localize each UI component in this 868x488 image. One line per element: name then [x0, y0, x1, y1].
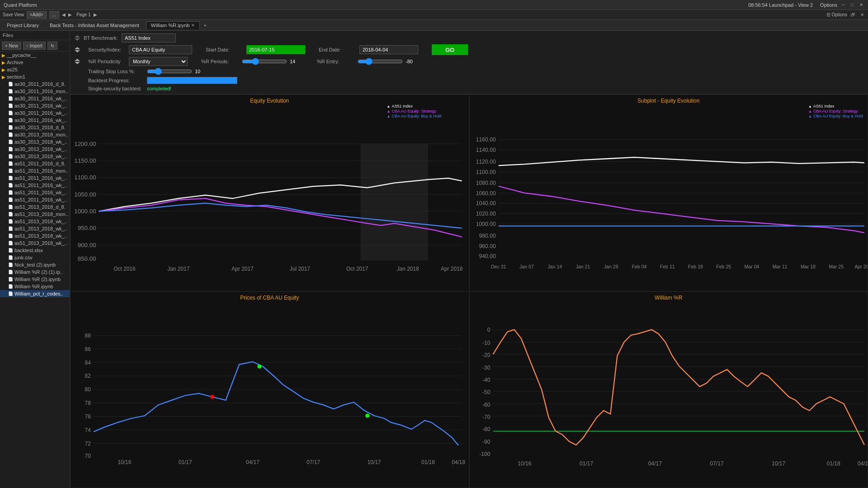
file-icon: 📄	[8, 291, 13, 296]
periodicity-select[interactable]: Monthly Weekly Daily	[129, 57, 188, 66]
bt-benchmark-input[interactable]	[122, 33, 176, 42]
control-panel: BT Benchmark: Security/Index: Start Date…	[70, 31, 868, 94]
menu-back-tests[interactable]: Back Tests - Infinitas Asset Management	[45, 21, 144, 29]
svg-text:01/17: 01/17	[579, 460, 593, 467]
svg-point-79	[365, 413, 369, 418]
svg-text:950.00: 950.00	[78, 225, 96, 231]
options-label-top[interactable]: Options	[820, 2, 837, 8]
tab-william[interactable]: William %R.ipynb ✕	[146, 21, 200, 29]
svg-text:1020.00: 1020.00	[476, 211, 495, 217]
file-icon: 📄	[8, 183, 13, 188]
add-tab-btn[interactable]: +	[201, 22, 209, 29]
svg-text:07/17: 07/17	[307, 459, 320, 465]
sidebar-file-item[interactable]: 📄William_pct_r_codes..	[0, 290, 70, 297]
tab-close-icon[interactable]: ✕	[191, 23, 195, 28]
sidebar-file-item[interactable]: 📄as51_2013_2018_wk_..	[0, 239, 70, 247]
main-layout: Files + New ↑ Import ↻ ▶__pycache__▶Arch…	[0, 31, 868, 488]
svg-text:Dec 31: Dec 31	[491, 264, 506, 269]
sidebar-file-item[interactable]: 📄as30_2011_2016_d_8.	[0, 80, 70, 88]
sidebar-file-item[interactable]: 📄as30_2011_2016_mon..	[0, 88, 70, 95]
sidebar-file-item[interactable]: 📄Nick_test (2).ipynb	[0, 261, 70, 268]
svg-text:-10: -10	[482, 339, 491, 346]
go-button[interactable]: GO	[432, 44, 468, 55]
sidebar-file-item[interactable]: 📄as30_2011_2016_wk_..	[0, 109, 70, 117]
sidebar-file-item[interactable]: 📄as51_2013_2018_wk_..	[0, 225, 70, 232]
end-date-input[interactable]	[359, 45, 418, 54]
arrow-up-3[interactable]	[75, 59, 80, 61]
add-dropdown-btn[interactable]: <Add>	[27, 11, 46, 19]
svg-text:Mar 18: Mar 18	[800, 264, 815, 269]
sidebar-file-item[interactable]: 📄as51_2013_2018_d_8.	[0, 203, 70, 211]
sidebar-file-item[interactable]: 📄as51_2011_2016_wk_..	[0, 174, 70, 182]
sidebar-file-item[interactable]: 📄as51_2011_2016_wk_..	[0, 196, 70, 203]
trailing-stop-slider[interactable]	[147, 68, 192, 75]
sidebar-folder-item[interactable]: ▶as25	[0, 66, 70, 73]
sidebar-file-item[interactable]: 📄as30_2011_2016_wk_..	[0, 117, 70, 124]
prices-chart: 88 86 84 82 80 78 76 74 72 70	[71, 299, 469, 488]
sidebar-file-item[interactable]: 📄William %R.ipynb	[0, 283, 70, 290]
maximize-btn[interactable]: □	[849, 2, 855, 8]
svg-text:10/17: 10/17	[368, 459, 381, 465]
sidebar-file-item[interactable]: 📄as30_2013_2018_wk_..	[0, 153, 70, 160]
sidebar-file-item[interactable]: 📄William %R (2) (1).ip..	[0, 268, 70, 276]
file-icon: 📄	[8, 169, 13, 173]
sidebar-file-item[interactable]: 📄as51_2011_2016_mon..	[0, 167, 70, 174]
svg-text:900.00: 900.00	[78, 242, 96, 249]
sidebar: Files + New ↑ Import ↻ ▶__pycache__▶Arch…	[0, 31, 70, 488]
arrow-down-indicator[interactable]	[75, 38, 80, 41]
file-icon: 📄	[8, 147, 13, 151]
arrow-down-3[interactable]	[75, 62, 80, 64]
pct-r-entry-slider[interactable]	[358, 58, 403, 65]
svg-text:01/17: 01/17	[179, 459, 192, 465]
arrow-up-indicator[interactable]	[75, 35, 80, 38]
new-button[interactable]: + New	[2, 42, 21, 50]
arrow-up-2[interactable]	[75, 47, 80, 49]
pct-r-periods-slider[interactable]	[242, 58, 287, 65]
svg-text:1100.00: 1100.00	[476, 169, 495, 175]
sidebar-file-item[interactable]: 📄as51_2011_2016_wk_..	[0, 189, 70, 196]
sidebar-file-item[interactable]: 📄as51_2011_2016_wk_..	[0, 182, 70, 189]
refresh-button[interactable]: ↻	[47, 42, 57, 50]
sidebar-file-item[interactable]: 📄as51_2011_2016_d_8.	[0, 160, 70, 167]
sidebar-file-item[interactable]: 📄William %R (2).ipynb	[0, 276, 70, 283]
sidebar-file-item[interactable]: 📄as51_2013_2018_wk_..	[0, 218, 70, 225]
menu-project-library[interactable]: Project Library	[2, 21, 44, 29]
file-name: as51_2011_2016_d_8.	[14, 161, 66, 166]
close-lp-btn[interactable]: ✕	[859, 12, 865, 18]
security-index-input[interactable]	[129, 45, 192, 54]
sidebar-folder-item[interactable]: ▶section1	[0, 73, 70, 80]
svg-text:1050.00: 1050.00	[74, 191, 96, 198]
sidebar-file-item[interactable]: 📄as30_2013_2018_mon..	[0, 131, 70, 138]
sidebar-folder-item[interactable]: ▶Archive	[0, 59, 70, 66]
sidebar-file-item[interactable]: 📄as30_2013_2018_wk_..	[0, 138, 70, 145]
file-icon: 📄	[8, 103, 13, 108]
file-icon: 📄	[8, 154, 13, 159]
page-nav-right[interactable]: ▶	[94, 12, 97, 17]
nav-left-btn[interactable]: ◀	[62, 12, 66, 17]
nav-right-btn[interactable]: ▶	[68, 12, 72, 17]
sidebar-file-item[interactable]: 📄as51_2013_2018_mon..	[0, 211, 70, 218]
file-icon: 📄	[8, 284, 13, 289]
sidebar-file-item[interactable]: 📄as30_2013_2018_d_8.	[0, 124, 70, 131]
close-btn[interactable]: ✕	[858, 2, 864, 8]
sidebar-file-item[interactable]: 📄as30_2011_2016_wk_..	[0, 102, 70, 109]
arrow-down-2[interactable]	[75, 50, 80, 52]
sidebar-file-item[interactable]: 📄junk.csv	[0, 254, 70, 261]
dots-btn[interactable]: ...	[49, 11, 59, 19]
pct-r-entry-label: %R Entry:	[317, 59, 353, 64]
sidebar-file-item[interactable]: 📄as30_2011_2016_wk_..	[0, 95, 70, 102]
sidebar-file-item[interactable]: 📄as51_2013_2018_wk_..	[0, 232, 70, 239]
sidebar-folder-item[interactable]: ▶__pycache__	[0, 52, 70, 59]
file-icon: 📄	[8, 82, 13, 86]
restore-btn[interactable]: 🗗	[850, 12, 856, 18]
file-name: as30_2013_2018_wk_..	[14, 146, 67, 152]
menu-bar: Project Library Back Tests - Infinitas A…	[0, 20, 868, 31]
save-view-label: Save View	[3, 12, 24, 17]
sidebar-file-item[interactable]: 📄as30_2013_2018_wk_..	[0, 145, 70, 153]
sidebar-file-item[interactable]: 📄backtest.xlsx	[0, 247, 70, 254]
svg-text:1100.00: 1100.00	[74, 174, 96, 181]
import-button[interactable]: ↑ Import	[23, 42, 46, 50]
start-date-input[interactable]	[246, 45, 305, 54]
minimize-btn[interactable]: ─	[840, 2, 846, 8]
options-label-right[interactable]: ☰ Options	[826, 12, 847, 17]
